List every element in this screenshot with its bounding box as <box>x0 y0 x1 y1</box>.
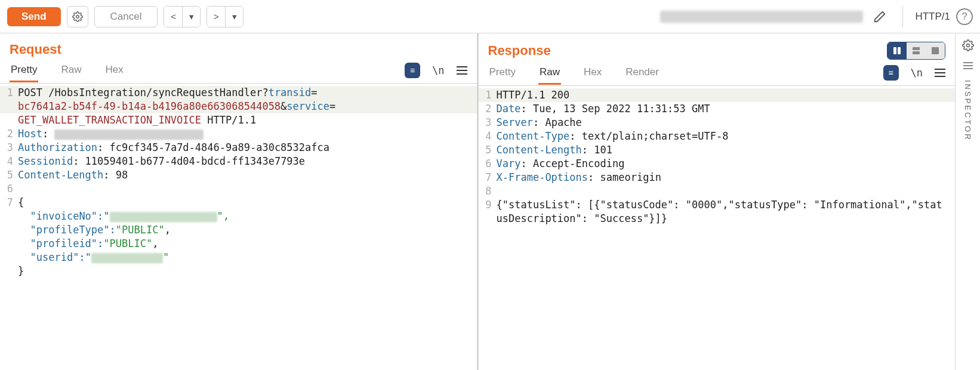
layout-single-button[interactable] <box>926 42 945 59</box>
svg-point-1 <box>966 44 969 47</box>
response-title: Response <box>488 43 887 58</box>
toolbar: Send Cancel < ▾ > ▾ HTTP/1 ? <box>0 0 980 33</box>
cancel-button[interactable]: Cancel <box>94 6 158 27</box>
edit-target-button[interactable] <box>869 6 890 27</box>
request-title: Request <box>10 42 467 57</box>
layout-horizontal-button[interactable] <box>907 42 926 59</box>
help-button[interactable]: ? <box>956 8 973 25</box>
request-panel: Request Pretty Raw Hex ≡ \n 1POST /HobsI… <box>0 33 477 370</box>
tab-response-pretty[interactable]: Pretty <box>488 60 517 85</box>
response-menu-icon[interactable] <box>935 69 945 77</box>
gear-icon <box>962 39 974 51</box>
tab-request-hex[interactable]: Hex <box>104 58 124 82</box>
next-dropdown[interactable]: ▾ <box>225 7 243 27</box>
request-editor[interactable]: 1POST /HobsIntegration/syncRequestHandle… <box>0 84 477 370</box>
response-editor[interactable]: 1HTTP/1.1 200 2Date: Tue, 13 Sep 2022 11… <box>479 86 956 370</box>
response-panel: Response Pretty Raw Hex Render ≡ \n 1HTT… <box>477 33 956 370</box>
request-menu-icon[interactable] <box>457 66 467 75</box>
response-actions-chip[interactable]: ≡ <box>883 65 899 81</box>
target-label <box>660 11 863 23</box>
layout-toggle <box>887 42 945 60</box>
request-tabs: Pretty Raw Hex ≡ \n <box>0 57 477 84</box>
redacted-userid <box>91 253 163 263</box>
tab-request-pretty[interactable]: Pretty <box>10 58 38 82</box>
redacted-invoice-no <box>110 212 217 222</box>
pencil-icon <box>873 10 886 23</box>
response-tabs: Pretty Raw Hex Render ≡ \n <box>479 60 956 86</box>
tab-response-raw[interactable]: Raw <box>538 60 561 85</box>
next-group: > ▾ <box>207 6 244 27</box>
inspector-tab[interactable]: INSPECTOR <box>963 80 972 141</box>
layout-vertical-button[interactable] <box>887 42 907 59</box>
tab-response-render[interactable]: Render <box>624 60 660 85</box>
prev-group: < ▾ <box>164 6 201 27</box>
rail-divider-icon[interactable] <box>963 62 973 69</box>
rail-settings-button[interactable] <box>962 39 974 51</box>
protocol-label[interactable]: HTTP/1 <box>915 11 950 23</box>
prev-button[interactable]: < <box>164 7 182 27</box>
wrap-toggle-request[interactable]: \n <box>432 64 444 76</box>
request-actions-chip[interactable]: ≡ <box>405 63 420 78</box>
svg-point-0 <box>76 15 79 18</box>
tab-request-raw[interactable]: Raw <box>60 58 82 82</box>
next-button[interactable]: > <box>207 7 225 27</box>
wrap-toggle-response[interactable]: \n <box>911 67 923 79</box>
tab-response-hex[interactable]: Hex <box>583 60 603 85</box>
settings-button[interactable] <box>67 6 88 27</box>
prev-dropdown[interactable]: ▾ <box>182 7 200 27</box>
right-rail: INSPECTOR <box>955 33 980 370</box>
send-button[interactable]: Send <box>7 7 61 26</box>
redacted-host <box>54 130 204 140</box>
gear-icon <box>72 11 83 22</box>
